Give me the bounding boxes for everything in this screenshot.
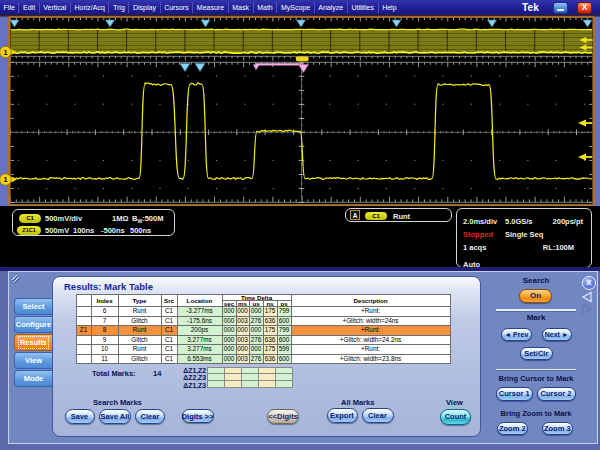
count-button[interactable]: Count xyxy=(440,409,471,425)
view-label: View xyxy=(446,398,463,407)
tab-results[interactable]: Results xyxy=(14,334,52,351)
prev-mark-button[interactable]: ◄ Prev xyxy=(501,328,532,342)
mark-table-cell: Runt xyxy=(118,326,161,336)
zoom3-button[interactable]: Zoom 3 xyxy=(542,422,574,436)
mark-table-cell xyxy=(76,335,91,345)
trigger-position-marker[interactable] xyxy=(296,57,309,62)
tek-logo: Tek xyxy=(522,2,539,13)
delta-cell xyxy=(208,374,225,381)
digits-collapse-button[interactable]: <<Digits xyxy=(267,409,299,424)
save-button[interactable]: Save xyxy=(65,409,95,424)
mark-table-row[interactable]: 6RuntC1-3.277ms000000000175799+Runt: xyxy=(76,306,450,316)
mark-table-cell xyxy=(76,316,91,326)
cursor1-button[interactable]: Cursor 1 xyxy=(496,387,534,401)
channel-badge[interactable]: C1 xyxy=(19,214,41,223)
channel-scale: 500mV/div xyxy=(45,214,82,223)
menu-item-file[interactable]: File xyxy=(0,0,18,15)
mark-table-cell: 600 xyxy=(277,316,291,326)
digits-expand-button[interactable]: Digits >> xyxy=(182,409,214,423)
clear-all-marks-button[interactable]: Clear xyxy=(362,408,394,423)
mark-table-row[interactable]: 9GlitchC13.277ms000003276636600+Glitch: … xyxy=(76,335,450,345)
acquisition-count: 1 acqs xyxy=(463,243,486,252)
mark-table-cell: 000 xyxy=(249,345,263,355)
menu-item-cursors[interactable]: Cursors xyxy=(161,0,193,15)
column-header: Location xyxy=(177,294,222,306)
menu-item-myscope[interactable]: MyScope xyxy=(277,0,313,15)
zoom-badge[interactable]: Z1C1 xyxy=(17,226,41,235)
resize-grip-icon[interactable] xyxy=(11,274,20,283)
zoom-scale: 500mV xyxy=(45,226,69,235)
delta-cell xyxy=(259,367,276,374)
total-marks-label: Total Marks: xyxy=(92,369,136,378)
record-length-readout: RL:100M xyxy=(543,243,574,252)
next-mark-button[interactable]: Next ► xyxy=(542,328,573,342)
mark-table-row[interactable]: 10RuntC13.277ms000000000175599+Runt: xyxy=(76,345,450,355)
mark-table-cell: 6.553ms xyxy=(177,354,222,364)
mark-table-cell: 11 xyxy=(91,354,118,364)
mark-table-cell: +Runt: xyxy=(291,326,450,336)
menu-item-mask[interactable]: Mask xyxy=(229,0,253,15)
tab-mode[interactable]: Mode xyxy=(14,370,52,387)
time-delta-subheader: sec xyxy=(222,300,236,306)
search-on-button[interactable]: On xyxy=(519,289,552,304)
zoom-timebase: 100ns xyxy=(73,226,94,235)
mark-table-cell: 000 xyxy=(236,345,249,355)
tab-label: Configure xyxy=(16,320,51,329)
trigger-source-badge[interactable]: C1 xyxy=(365,212,387,221)
mark-table-cell: C1 xyxy=(161,316,177,326)
delta-cell xyxy=(276,374,293,381)
menu-item-trig[interactable]: Trig xyxy=(109,0,128,15)
mark-table-cell xyxy=(76,354,91,364)
set-clear-mark-button[interactable]: Set/Clr xyxy=(520,347,553,361)
svg-text:1: 1 xyxy=(3,48,8,57)
mark-table-cell: 000 xyxy=(236,306,249,316)
mark-table-row[interactable]: Z18RuntC1200ps000000000175799+Runt: xyxy=(76,326,450,336)
menu-item-analyze[interactable]: Analyze xyxy=(315,0,347,15)
mark-table-cell: +Runt: xyxy=(291,306,450,316)
mark-table-cell: +Glitch: width=24.2ns xyxy=(291,335,450,345)
mark-table-cell: -3.277ms xyxy=(177,306,222,316)
all-marks-label: All Marks xyxy=(341,398,374,407)
tab-configure[interactable]: Configure xyxy=(14,316,52,333)
cursor2-button[interactable]: Cursor 2 xyxy=(537,387,576,401)
mark-table-row[interactable]: 7GlitchC1-175.6ns000003276636600+Glitch:… xyxy=(76,316,450,326)
close-button[interactable]: X xyxy=(577,2,592,14)
menu-item-edit[interactable]: Edit xyxy=(19,0,38,15)
clear-search-marks-button[interactable]: Clear xyxy=(135,409,165,424)
column-header: Src xyxy=(161,294,177,306)
mark-table-row[interactable]: 11GlitchC16.553ms000003276636600+Glitch:… xyxy=(76,354,450,364)
mark-table-cell: 10 xyxy=(91,345,118,355)
trigger-readout-box: A C1 Runt xyxy=(345,208,452,222)
results-dialog-region: SelectConfigureResultsViewMode Results: … xyxy=(0,267,600,450)
save-all-button[interactable]: Save All xyxy=(99,409,131,424)
zoom2-button[interactable]: Zoom 2 xyxy=(497,422,529,436)
readout-band: C1 500mV/div 1MΩ BW:500M Z1C1 500mV 100n… xyxy=(0,206,600,267)
panel-collapse-arrows[interactable] xyxy=(580,291,594,315)
mark-table-cell: C1 xyxy=(161,326,177,336)
export-button[interactable]: Export xyxy=(327,408,358,423)
mark-table-cell: 8 xyxy=(91,326,118,336)
mark-table-cell: 000 xyxy=(222,316,236,326)
menu-item-utilities[interactable]: Utilities xyxy=(348,0,378,15)
menu-item-math[interactable]: Math xyxy=(254,0,277,15)
timebase-readout: 2.0ms/div xyxy=(463,217,497,226)
channel-readout-box: C1 500mV/div 1MΩ BW:500M Z1C1 500mV 100n… xyxy=(12,209,175,236)
tab-view[interactable]: View xyxy=(14,352,52,369)
mark-table-cell: 000 xyxy=(222,354,236,364)
menu-item-measure[interactable]: Measure xyxy=(193,0,227,15)
menu-item-horizacq[interactable]: Horiz/Acq xyxy=(71,0,109,15)
mark-table-cell: 799 xyxy=(277,326,291,336)
delta-row-label: ΔZ2,Z3 xyxy=(178,374,206,381)
mark-table-cell: +Glitch: width=23.8ns xyxy=(291,354,450,364)
tab-select[interactable]: Select xyxy=(14,298,52,315)
mark-table-cell: 3.277ms xyxy=(177,345,222,355)
dialog-close-button[interactable]: X xyxy=(582,276,596,290)
mark-table-cell: 276 xyxy=(249,316,263,326)
menu-item-help[interactable]: Help xyxy=(379,0,401,15)
close-icon: X xyxy=(586,278,591,287)
menu-item-vertical[interactable]: Vertical xyxy=(40,0,70,15)
menu-item-display[interactable]: Display xyxy=(129,0,159,15)
mark-table-cell: 000 xyxy=(249,306,263,316)
mark-table-cell: C1 xyxy=(161,354,177,364)
minimize-button[interactable] xyxy=(553,2,568,14)
